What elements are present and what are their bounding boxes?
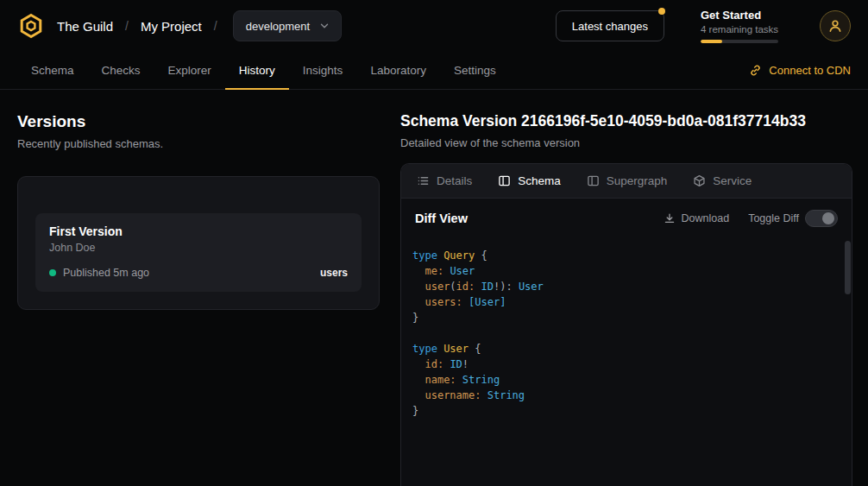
schema-code-viewer[interactable]: type Query { me: User user(id: ID!): Use… xyxy=(401,238,852,486)
version-detail-panel: Schema Version 2166196f-5e10-4059-bd0a-0… xyxy=(400,112,852,486)
vertical-scrollbar[interactable] xyxy=(844,238,852,486)
header: The Guild / My Project / development Lat… xyxy=(0,0,868,52)
progress-fill xyxy=(701,40,722,43)
project-navbar: Schema Checks Explorer History Insights … xyxy=(0,52,868,90)
detail-tab-schema-label: Schema xyxy=(518,174,561,187)
user-avatar[interactable] xyxy=(820,10,851,41)
detail-tab-service[interactable]: Service xyxy=(693,174,752,187)
code-content: type Query { me: User user(id: ID!): Use… xyxy=(412,248,834,419)
toggle-diff-control: Toggle Diff xyxy=(748,210,838,227)
scrollbar-thumb[interactable] xyxy=(845,241,851,294)
version-list-item[interactable]: First Version John Doe Published 5m ago … xyxy=(35,213,362,292)
code-line: } xyxy=(412,310,834,325)
detail-tab-supergraph-label: Supergraph xyxy=(607,174,668,187)
header-left: The Guild / My Project / development xyxy=(17,10,342,41)
version-detail-title: Schema Version 2166196f-5e10-4059-bd0a-0… xyxy=(400,112,852,130)
version-name: First Version xyxy=(49,224,348,238)
box-icon xyxy=(693,174,706,187)
get-started-widget[interactable]: Get Started 4 remaining tasks xyxy=(701,9,783,43)
link-icon xyxy=(749,64,762,77)
latest-changes-button[interactable]: Latest changes xyxy=(556,10,664,41)
version-service-badge: users xyxy=(320,267,348,279)
versions-card: First Version John Doe Published 5m ago … xyxy=(17,176,380,310)
connect-to-cdn-label: Connect to CDN xyxy=(769,64,851,77)
version-status: Published 5m ago xyxy=(49,267,149,279)
diff-view-title: Diff View xyxy=(415,211,468,225)
tab-schema[interactable]: Schema xyxy=(17,52,88,90)
toggle-diff-label: Toggle Diff xyxy=(748,212,799,224)
hive-logo-icon[interactable] xyxy=(17,12,45,40)
version-detail-subtitle: Detailed view of the schema version xyxy=(400,136,852,149)
breadcrumb-separator: / xyxy=(125,19,129,33)
connect-to-cdn-button[interactable]: Connect to CDN xyxy=(749,52,851,89)
detail-tab-details[interactable]: Details xyxy=(417,174,472,187)
code-line: me: User xyxy=(412,263,834,279)
chevron-down-icon xyxy=(318,20,330,32)
person-icon xyxy=(827,18,843,34)
detail-tab-service-label: Service xyxy=(713,174,752,187)
tab-checks[interactable]: Checks xyxy=(88,52,154,90)
code-line: user(id: ID!): User xyxy=(412,279,834,294)
code-line: users: [User] xyxy=(412,294,834,310)
breadcrumb-separator: / xyxy=(214,19,217,33)
breadcrumb-project[interactable]: My Project xyxy=(141,19,202,34)
code-line xyxy=(412,325,834,341)
code-line: name: String xyxy=(412,372,834,388)
get-started-title: Get Started xyxy=(701,9,783,22)
diff-actions: Download Toggle Diff xyxy=(664,210,838,227)
diff-view-header: Diff View Download Toggle Diff xyxy=(401,199,852,238)
detail-tab-schema[interactable]: Schema xyxy=(498,174,561,187)
get-started-remaining: 4 remaining tasks xyxy=(701,24,783,35)
tab-laboratory[interactable]: Laboratory xyxy=(356,52,440,90)
columns-icon xyxy=(498,174,511,187)
breadcrumb-org[interactable]: The Guild xyxy=(57,19,113,34)
code-line: username: String xyxy=(412,388,834,403)
detail-tab-supergraph[interactable]: Supergraph xyxy=(587,174,668,187)
code-line: type Query { xyxy=(412,248,834,263)
main-content: Versions Recently published schemas. Fir… xyxy=(0,90,868,486)
tab-explorer[interactable]: Explorer xyxy=(154,52,225,90)
code-line: } xyxy=(412,403,834,419)
code-line: type User { xyxy=(412,341,834,357)
list-icon xyxy=(417,174,430,187)
get-started-progress xyxy=(701,40,778,43)
version-detail-card: Details Schema xyxy=(400,163,852,486)
header-right: Latest changes Get Started 4 remaining t… xyxy=(556,9,851,43)
version-item-footer: Published 5m ago users xyxy=(49,267,348,279)
detail-tab-details-label: Details xyxy=(437,174,472,187)
version-author: John Doe xyxy=(49,242,348,254)
notification-dot xyxy=(658,8,665,15)
download-icon xyxy=(664,212,676,224)
tab-settings[interactable]: Settings xyxy=(440,52,510,90)
version-status-text: Published 5m ago xyxy=(63,267,149,279)
code-line: id: ID! xyxy=(412,357,834,372)
detail-tabs: Details Schema xyxy=(401,164,852,199)
nav-tabs: Schema Checks Explorer History Insights … xyxy=(17,52,510,89)
breadcrumb: The Guild / My Project / development xyxy=(57,10,342,41)
versions-panel: Versions Recently published schemas. Fir… xyxy=(17,112,380,486)
versions-subtitle: Recently published schemas. xyxy=(17,137,380,150)
download-button[interactable]: Download xyxy=(664,212,730,224)
download-label: Download xyxy=(682,212,730,224)
columns-icon xyxy=(587,174,600,187)
toggle-knob xyxy=(822,212,834,224)
target-select[interactable]: development xyxy=(233,10,342,41)
target-select-value: development xyxy=(246,20,310,33)
published-status-dot xyxy=(49,269,56,276)
tab-history[interactable]: History xyxy=(225,52,289,90)
app-window: The Guild / My Project / development Lat… xyxy=(0,0,868,486)
tab-insights[interactable]: Insights xyxy=(289,52,357,90)
versions-title: Versions xyxy=(17,112,380,131)
toggle-diff-switch[interactable] xyxy=(805,210,838,227)
latest-changes-label: Latest changes xyxy=(572,20,648,33)
